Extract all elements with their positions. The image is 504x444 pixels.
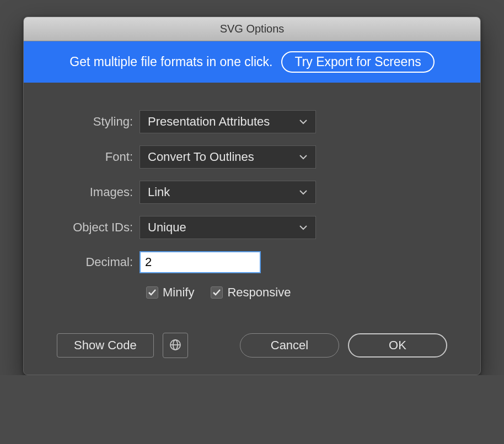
decimal-row: Decimal: xyxy=(57,251,447,273)
chevron-down-icon xyxy=(299,117,308,126)
chevron-down-icon xyxy=(299,223,308,232)
show-code-button[interactable]: Show Code xyxy=(57,333,154,358)
chevron-down-icon xyxy=(299,188,308,197)
dialog-title: SVG Options xyxy=(220,23,285,35)
cancel-button[interactable]: Cancel xyxy=(240,333,339,358)
images-row: Images: Link xyxy=(57,181,447,204)
styling-label: Styling: xyxy=(57,115,140,129)
minify-label: Minify xyxy=(163,285,194,300)
checkmark-icon xyxy=(146,286,158,299)
object-ids-label: Object IDs: xyxy=(57,220,140,235)
object-ids-select[interactable]: Unique xyxy=(140,216,316,239)
promo-banner: Get multiple file formats in one click. … xyxy=(24,41,480,83)
font-value: Convert To Outlines xyxy=(148,150,254,164)
images-value: Link xyxy=(148,185,170,199)
decimal-label: Decimal: xyxy=(57,255,140,269)
titlebar: SVG Options xyxy=(24,17,480,41)
font-row: Font: Convert To Outlines xyxy=(57,145,447,169)
svg-options-dialog: SVG Options Get multiple file formats in… xyxy=(23,17,481,375)
responsive-checkbox[interactable]: Responsive xyxy=(211,285,291,300)
styling-select[interactable]: Presentation Attributes xyxy=(140,110,316,133)
globe-icon xyxy=(169,338,182,353)
font-select[interactable]: Convert To Outlines xyxy=(140,145,316,169)
images-select[interactable]: Link xyxy=(140,181,316,204)
styling-value: Presentation Attributes xyxy=(148,115,270,129)
dialog-body: Styling: Presentation Attributes Font: C… xyxy=(24,83,480,323)
chevron-down-icon xyxy=(299,153,308,161)
checkbox-row: Minify Responsive xyxy=(146,285,447,300)
font-label: Font: xyxy=(57,150,140,164)
responsive-label: Responsive xyxy=(227,285,291,300)
images-label: Images: xyxy=(57,185,140,199)
preview-in-browser-button[interactable] xyxy=(163,333,188,358)
styling-row: Styling: Presentation Attributes xyxy=(57,110,447,133)
object-ids-value: Unique xyxy=(148,220,186,235)
dialog-footer: Show Code Cancel OK xyxy=(24,323,480,375)
object-ids-row: Object IDs: Unique xyxy=(57,216,447,239)
checkmark-icon xyxy=(211,286,223,299)
try-export-for-screens-button[interactable]: Try Export for Screens xyxy=(281,51,434,73)
ok-button[interactable]: OK xyxy=(348,333,447,358)
minify-checkbox[interactable]: Minify xyxy=(146,285,194,300)
promo-text: Get multiple file formats in one click. xyxy=(69,55,272,69)
decimal-input[interactable] xyxy=(140,251,261,273)
